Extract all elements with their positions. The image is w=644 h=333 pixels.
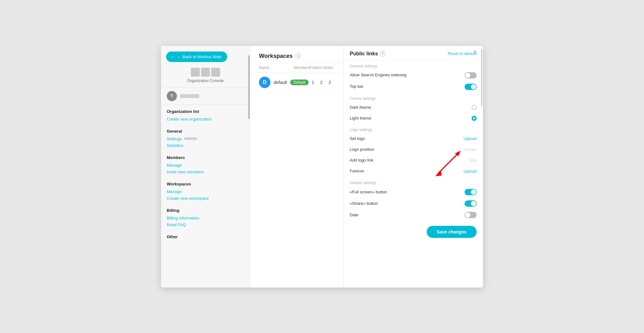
right-panel-scrollbar[interactable] [480, 46, 482, 288]
page-title: Workspaces [259, 53, 293, 59]
section-general-settings-label: General settings [343, 60, 483, 70]
back-to-nimbus-button[interactable]: ← ← Back to Nimbus Note [166, 52, 227, 62]
sidebar-link-manage-members[interactable]: Manage [167, 162, 244, 169]
setting-label-set-logo: Set logo [350, 136, 365, 142]
back-arrow-icon: ← [171, 54, 175, 59]
right-panel-header: Public links ? Reset to default [343, 46, 483, 60]
sidebar-scrollbar[interactable] [248, 46, 250, 288]
sidebar-section-members: Members Manage Invite new members [161, 151, 250, 177]
toggle-date[interactable] [465, 212, 477, 218]
sidebar-link-create-org[interactable]: Create new organization [167, 116, 244, 122]
setting-label-add-logo-link: Add logo link [350, 157, 373, 163]
toggle-slider [465, 72, 477, 79]
right-panel-scrollbar-thumb [481, 49, 482, 106]
sidebar-section-title-billing: Billing [167, 208, 244, 213]
setting-label-logo-position: Logo position [350, 147, 374, 152]
table-row[interactable]: D default Default 1 2 2 [250, 73, 343, 92]
main-content: Workspaces ℹ Name Members Folders Notes … [250, 46, 343, 288]
sidebar-section-other: Other [161, 230, 250, 243]
section-header-settings-label: Header settings [343, 177, 483, 186]
logo-position-link[interactable]: Center [464, 147, 477, 152]
workspace-name: default [274, 80, 287, 85]
col-header-members: Members [294, 66, 310, 70]
org-console-section: Organization Console [161, 65, 250, 88]
toggle-slider-top-bar [465, 84, 477, 90]
setting-label-light-theme: Light theme [350, 115, 371, 121]
toggle-top-bar[interactable] [465, 84, 477, 90]
user-row: T [161, 88, 250, 105]
workspace-members-count: 1 [309, 80, 317, 85]
sidebar-link-create-workspace[interactable]: Create new workspace [167, 195, 244, 202]
default-badge: Default [290, 80, 309, 85]
right-panel: ✕ Public links ? Reset to default Genera… [343, 46, 483, 288]
avatar: T [167, 91, 177, 101]
setting-favicon: Favicon Upload [343, 166, 483, 177]
setting-logo-position: Logo position Center [343, 144, 483, 155]
setting-share-button: «Share» button [343, 198, 483, 209]
sidebar-section-title-other: Other [167, 234, 244, 239]
sidebar-link-statistics[interactable]: Statistics [167, 142, 244, 149]
toggle-fullscreen[interactable] [465, 189, 477, 195]
sidebar-section-title-general: General [167, 129, 244, 134]
setting-label-share: «Share» button [350, 201, 378, 206]
sidebar-link-invite-members[interactable]: Invite new members [167, 169, 244, 175]
col-header-folders: Folders [310, 66, 323, 70]
radio-light-theme[interactable] [472, 116, 477, 121]
sidebar-section-title-org: Organization list [167, 109, 244, 114]
org-avatar-1 [191, 68, 200, 77]
sidebar-section-org-list: Organization list Create new organizatio… [161, 105, 250, 124]
toggle-slider-fullscreen [465, 189, 477, 195]
workspace-notes-count: 2 [326, 80, 334, 85]
col-header-name: Name [259, 66, 294, 70]
public-links-info-icon[interactable]: ? [380, 51, 386, 57]
org-avatar-3 [211, 68, 220, 77]
sidebar-section-general: General Settings Statistics [161, 124, 250, 151]
sidebar-scrollbar-thumb [248, 55, 250, 119]
setting-add-logo-link: Add logo link Edit [343, 155, 483, 166]
toggle-share[interactable] [465, 200, 477, 207]
save-changes-button[interactable]: Save changes [427, 226, 477, 238]
setting-label-top-bar: Top bar [350, 84, 363, 89]
radio-dark-theme[interactable] [472, 105, 477, 110]
sidebar: ← ← Back to Nimbus Note Organization Con… [161, 46, 250, 288]
setting-label-fullscreen: «Full screen» button [350, 189, 387, 195]
sidebar-link-read-faq[interactable]: Read FAQ [167, 221, 244, 228]
sidebar-link-settings[interactable]: Settings [167, 135, 182, 142]
table-header: Name Members Folders Notes [250, 63, 343, 73]
workspace-icon: D [259, 77, 270, 88]
setting-label-search-engines: Allow Search Engines indexing [350, 72, 407, 78]
col-header-notes: Notes [323, 66, 334, 70]
settings-name-placeholder [184, 137, 197, 140]
upload-logo-link[interactable]: Upload [464, 136, 477, 141]
section-theme-settings-label: Theme settings [343, 93, 483, 102]
edit-logo-link[interactable]: Edit [470, 158, 477, 163]
setting-allow-search-engines: Allow Search Engines indexing [343, 70, 483, 81]
section-logo-settings-label: Logo settings [343, 124, 483, 133]
workspace-folders-count: 2 [317, 80, 326, 85]
sidebar-section-workspaces: Workspaces Manage Create new workspace [161, 177, 250, 204]
org-console-label: Organization Console [187, 79, 224, 83]
setting-dark-theme: Dark theme [343, 102, 483, 113]
toggle-slider-share [465, 200, 477, 207]
sidebar-link-manage-workspaces[interactable]: Manage [167, 188, 244, 195]
org-avatar-2 [201, 68, 210, 77]
setting-date: Date [343, 209, 483, 221]
toggle-slider-date [465, 212, 477, 218]
info-icon[interactable]: ℹ [295, 53, 301, 59]
sidebar-link-billing-info[interactable]: Billing information [167, 215, 244, 221]
close-icon[interactable]: ✕ [472, 49, 478, 55]
sidebar-section-title-workspaces: Workspaces [167, 182, 244, 186]
right-panel-title: Public links ? [350, 51, 386, 57]
setting-top-bar: Top bar [343, 81, 483, 93]
setting-label-favicon: Favicon [350, 168, 364, 174]
setting-fullscreen-button: «Full screen» button [343, 186, 483, 198]
org-avatar-group [191, 68, 220, 77]
toggle-search-engines[interactable] [465, 72, 477, 79]
upload-favicon-link[interactable]: Upload [464, 169, 477, 174]
sidebar-section-title-members: Members [167, 155, 244, 160]
main-header: Workspaces ℹ [250, 46, 343, 63]
sidebar-section-billing: Billing Billing information Read FAQ [161, 204, 250, 230]
setting-label-dark-theme: Dark theme [350, 105, 371, 110]
user-name-placeholder [180, 94, 199, 98]
setting-set-logo: Set logo Upload [343, 133, 483, 144]
